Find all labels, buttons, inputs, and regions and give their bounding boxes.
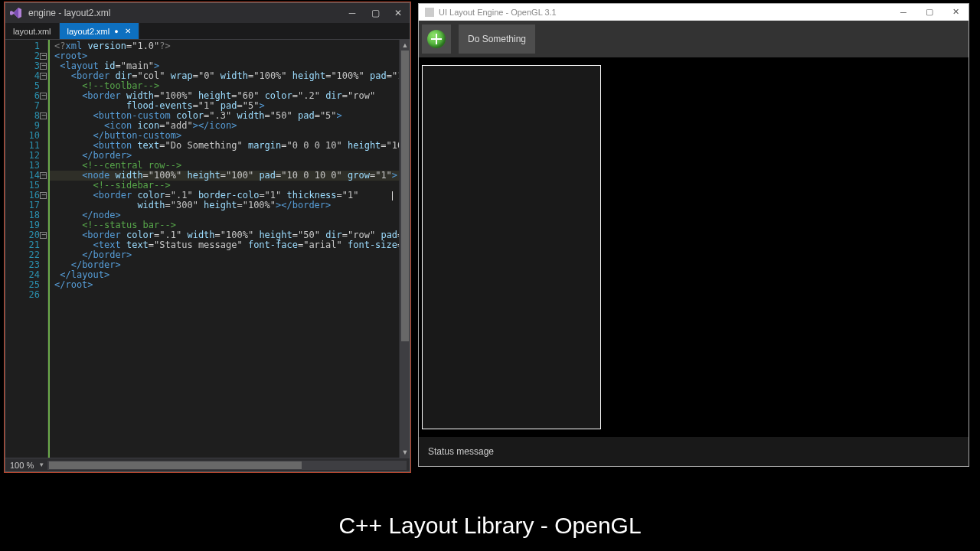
ide-statusbar: 100 % ▼ <box>5 458 410 471</box>
fold-toggle-icon[interactable] <box>40 93 47 99</box>
button-label: Do Something <box>468 34 526 44</box>
tab-label: layout2.xml <box>67 27 110 36</box>
fold-toggle-icon[interactable] <box>40 232 47 239</box>
close-button[interactable]: ✕ <box>387 3 410 23</box>
app-logo-icon <box>425 8 434 17</box>
add-button[interactable] <box>422 24 451 54</box>
tab-close-icon[interactable]: ✕ <box>125 27 131 35</box>
line-number-gutter: 1234567891011121314151617181920212223242… <box>5 40 48 458</box>
scroll-up-icon[interactable]: ▲ <box>400 40 410 51</box>
status-text: Status message <box>428 446 494 457</box>
hscroll-thumb[interactable] <box>49 461 302 469</box>
app-body: Do Something Status message <box>419 21 969 466</box>
app-maximize-button[interactable]: ▢ <box>916 4 942 21</box>
minimize-button[interactable]: ─ <box>341 3 364 23</box>
vertical-scrollbar[interactable]: ▲ ▼ <box>399 40 410 458</box>
svg-rect-0 <box>425 8 434 17</box>
video-caption: C++ Layout Library - OpenGL <box>0 513 980 539</box>
do-something-button[interactable]: Do Something <box>459 24 535 54</box>
app-toolbar: Do Something <box>419 21 969 57</box>
add-icon <box>427 30 446 48</box>
zoom-level[interactable]: 100 % <box>5 461 38 470</box>
app-close-button[interactable]: ✕ <box>942 4 969 21</box>
ide-window: engine - layout2.xml ─ ▢ ✕ layout.xml la… <box>5 2 410 472</box>
fold-toggle-icon[interactable] <box>40 53 47 60</box>
code-area[interactable]: <?xml version="1.0"?><root> <layout id="… <box>48 40 399 458</box>
app-title: UI Layout Engine - OpenGL 3.1 <box>439 8 890 17</box>
fold-toggle-icon[interactable] <box>40 112 47 119</box>
fold-toggle-icon[interactable] <box>40 63 47 70</box>
fold-toggle-icon[interactable] <box>40 73 47 80</box>
tab-layout2-xml[interactable]: layout2.xml ● ✕ <box>60 23 139 39</box>
fold-toggle-icon[interactable] <box>40 192 47 199</box>
zoom-dropdown-icon[interactable]: ▼ <box>38 461 44 468</box>
app-central-row <box>419 57 969 437</box>
app-sidebar-panel <box>422 65 601 429</box>
app-statusbar: Status message <box>419 437 969 466</box>
ide-title: engine - layout2.xml <box>28 8 341 18</box>
tab-label: layout.xml <box>13 27 51 36</box>
editor[interactable]: 1234567891011121314151617181920212223242… <box>5 40 410 458</box>
fold-toggle-icon[interactable] <box>40 172 47 179</box>
app-minimize-button[interactable]: ─ <box>890 4 916 21</box>
scroll-down-icon[interactable]: ▼ <box>400 447 410 458</box>
horizontal-scrollbar[interactable] <box>47 461 407 470</box>
app-titlebar[interactable]: UI Layout Engine - OpenGL 3.1 ─ ▢ ✕ <box>419 4 969 21</box>
tabstrip: layout.xml layout2.xml ● ✕ <box>5 23 410 40</box>
vs-logo-icon <box>10 7 22 19</box>
app-window: UI Layout Engine - OpenGL 3.1 ─ ▢ ✕ Do S… <box>418 3 969 467</box>
maximize-button[interactable]: ▢ <box>364 3 387 23</box>
tab-layout-xml[interactable]: layout.xml <box>5 23 60 39</box>
dirty-indicator-icon: ● <box>114 28 118 35</box>
ide-titlebar[interactable]: engine - layout2.xml ─ ▢ ✕ <box>5 3 410 23</box>
scroll-thumb[interactable] <box>401 51 409 341</box>
